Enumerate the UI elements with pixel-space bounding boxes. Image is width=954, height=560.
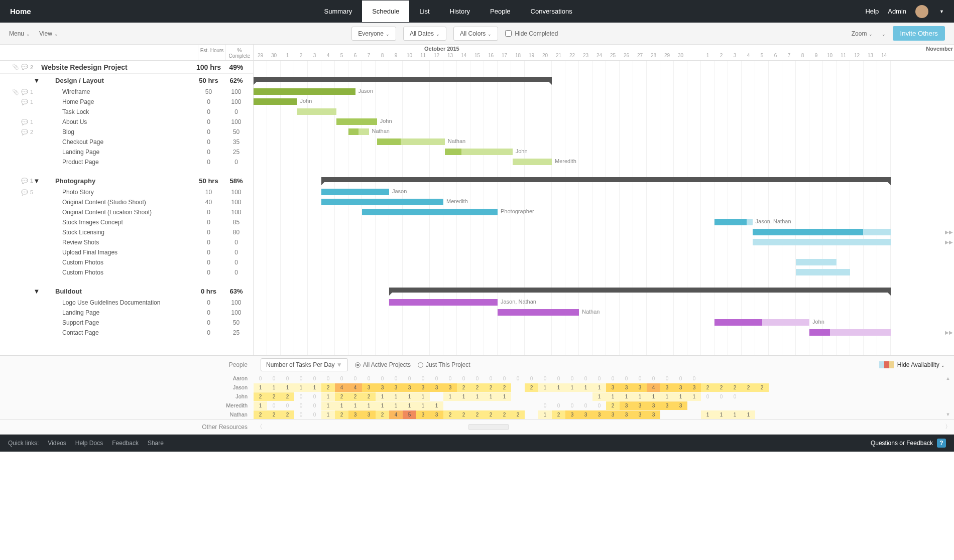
gantt-bar[interactable] xyxy=(377,138,445,145)
task-row[interactable]: Landing Page025 xyxy=(0,147,253,157)
task-row[interactable]: 2Blog050 xyxy=(0,127,253,137)
task-row[interactable]: Original Content (Location Shoot)0100 xyxy=(0,207,253,217)
workload-cell: 1 xyxy=(620,392,633,401)
feedback-button[interactable]: Questions or Feedback ? xyxy=(871,439,946,448)
invite-button[interactable]: Invite Others xyxy=(893,26,945,41)
tab-summary[interactable]: Summary xyxy=(314,1,363,22)
workload-cell: 2 xyxy=(714,383,728,392)
tab-schedule[interactable]: Schedule xyxy=(362,1,409,22)
view-dropdown[interactable]: View⌄ xyxy=(39,30,58,37)
workload-cell: 0 xyxy=(498,374,511,383)
footer-link-share[interactable]: Share xyxy=(148,440,164,447)
task-row[interactable]: 1Home Page0100 xyxy=(0,97,253,107)
gantt-bar[interactable] xyxy=(348,128,369,135)
gantt-bar[interactable] xyxy=(362,209,498,215)
gantt-bar[interactable] xyxy=(389,299,498,306)
footer-link-videos[interactable]: Videos xyxy=(48,440,66,447)
task-row[interactable]: Support Page050 xyxy=(0,318,253,328)
gantt-bar[interactable] xyxy=(809,329,891,336)
scroll-down-icon[interactable]: ▼ xyxy=(946,412,950,417)
tasks-per-day-dropdown[interactable]: Number of Tasks Per Day ▼ xyxy=(261,358,348,371)
gantt-bar[interactable] xyxy=(445,149,513,155)
task-row[interactable]: 1▼Photography50 hrs58% xyxy=(0,174,253,187)
task-row[interactable]: Custom Photos00 xyxy=(0,257,253,267)
task-row[interactable]: Checkout Page035 xyxy=(0,137,253,147)
avatar[interactable] xyxy=(915,5,928,18)
user-menu-chevron-icon[interactable]: ▼ xyxy=(939,9,944,14)
task-row[interactable]: Product Page00 xyxy=(0,157,253,167)
scroll-up-icon[interactable]: ▲ xyxy=(946,376,950,381)
task-row[interactable]: 1Wireframe50100 xyxy=(0,87,253,97)
workload-cell: 3 xyxy=(565,410,579,419)
gantt-bar[interactable] xyxy=(297,108,336,115)
radio-all-projects[interactable]: All Active Projects xyxy=(355,361,411,368)
workload-cell: 2 xyxy=(457,410,470,419)
bar-assignee-label: Jason, Nathan xyxy=(501,299,536,305)
task-row[interactable]: Custom Photos00 xyxy=(0,267,253,277)
scroll-left-icon[interactable]: 〈 xyxy=(254,423,266,431)
gantt-chart[interactable]: October 2015 November 293012345678910111… xyxy=(254,45,954,355)
home-link[interactable]: Home xyxy=(10,7,31,16)
colors-filter[interactable]: All Colors⌄ xyxy=(453,27,498,41)
gantt-bar[interactable] xyxy=(321,189,389,195)
hide-completed-input[interactable] xyxy=(505,30,512,37)
gantt-bar[interactable] xyxy=(714,219,753,225)
color-mode[interactable]: ⌄ xyxy=(880,30,886,37)
gantt-bar[interactable] xyxy=(513,159,552,165)
task-row[interactable]: ▼Buildout0 hrs63% xyxy=(0,285,253,298)
dates-filter[interactable]: All Dates⌄ xyxy=(403,27,446,41)
admin-link[interactable]: Admin xyxy=(888,8,906,15)
footer-link-feedback[interactable]: Feedback xyxy=(112,440,139,447)
horizontal-scrollbar[interactable] xyxy=(266,424,942,431)
footer-link-help-docs[interactable]: Help Docs xyxy=(75,440,103,447)
gantt-bar[interactable] xyxy=(796,269,850,275)
group-summary-bar xyxy=(254,77,552,82)
task-row[interactable]: 5Photo Story10100 xyxy=(0,187,253,197)
task-row[interactable]: Original Content (Studio Shoot)40100 xyxy=(0,197,253,207)
bar-assignee-label: Meredith xyxy=(446,198,468,204)
gantt-bar[interactable] xyxy=(753,229,891,235)
gantt-bar[interactable] xyxy=(796,259,837,265)
menu-dropdown[interactable]: Menu⌄ xyxy=(9,30,30,37)
workload-cell: 0 xyxy=(254,374,267,383)
workload-cell xyxy=(511,401,525,410)
gantt-bar[interactable] xyxy=(498,309,579,316)
task-row[interactable]: Contact Page025 xyxy=(0,328,253,338)
col-pct-complete: % Complete xyxy=(225,45,253,60)
gantt-bar[interactable] xyxy=(254,98,297,105)
people-panel: People Number of Tasks Per Day ▼ All Act… xyxy=(0,356,954,419)
workload-cell: 1 xyxy=(565,383,579,392)
hide-completed-checkbox[interactable]: Hide Completed xyxy=(505,30,558,37)
zoom-dropdown[interactable]: Zoom⌄ xyxy=(852,30,873,37)
tab-conversations[interactable]: Conversations xyxy=(521,1,582,22)
task-row[interactable]: 2Website Redesign Project100 hrs49% xyxy=(0,61,253,74)
workload-cell: 0 xyxy=(457,374,470,383)
gantt-bar[interactable] xyxy=(336,118,377,125)
gantt-bar[interactable] xyxy=(321,199,443,205)
workload-cell: 0 xyxy=(308,401,321,410)
workload-cell: 2 xyxy=(254,392,267,401)
task-row[interactable]: ▼Design / Layout50 hrs62% xyxy=(0,74,253,87)
bar-assignee-label: John xyxy=(812,319,824,325)
hide-availability-toggle[interactable]: Hide Availability ⌄ xyxy=(897,361,945,368)
tab-people[interactable]: People xyxy=(480,1,520,22)
task-row[interactable]: Upload Final Images00 xyxy=(0,247,253,257)
task-row[interactable]: Task Lock00 xyxy=(0,107,253,117)
tab-list[interactable]: List xyxy=(409,1,439,22)
bar-assignee-label: Jason xyxy=(359,88,373,94)
help-link[interactable]: Help xyxy=(865,8,879,15)
task-row[interactable]: Landing Page0100 xyxy=(0,308,253,318)
radio-this-project[interactable]: Just This Project xyxy=(418,361,470,368)
everyone-filter[interactable]: Everyone⌄ xyxy=(351,27,396,41)
task-row[interactable]: Logo Use Guidelines Documentation0100 xyxy=(0,298,253,308)
scroll-right-icon[interactable]: 〉 xyxy=(942,423,954,431)
task-row[interactable]: Review Shots00 xyxy=(0,237,253,247)
gantt-bar[interactable] xyxy=(753,239,891,245)
task-row[interactable]: Stock Images Concept085 xyxy=(0,217,253,227)
workload-cell xyxy=(443,401,457,410)
gantt-bar[interactable] xyxy=(254,88,355,95)
tab-history[interactable]: History xyxy=(440,1,480,22)
gantt-bar[interactable] xyxy=(714,319,809,326)
task-row[interactable]: Stock Licensing080 xyxy=(0,227,253,237)
task-row[interactable]: 1About Us0100 xyxy=(0,117,253,127)
